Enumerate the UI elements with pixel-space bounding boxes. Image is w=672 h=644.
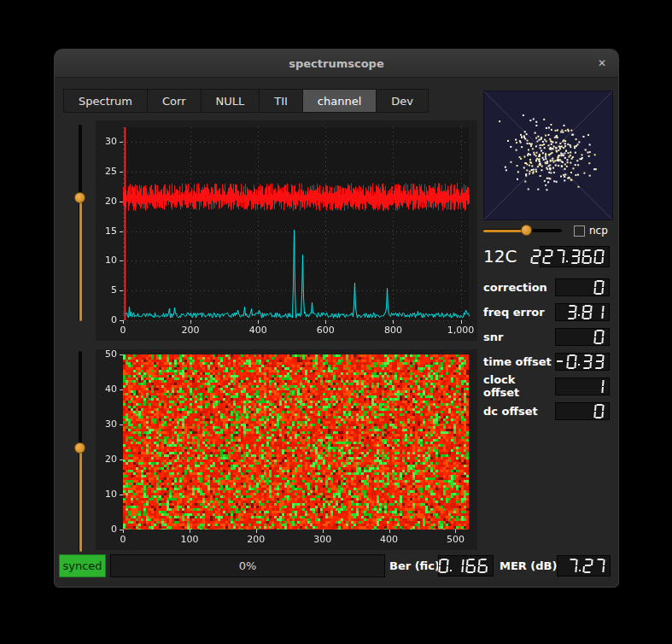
app-window: spectrumscope ✕ Spectrum Corr NULL TII c… [54,49,619,588]
slider-handle[interactable] [74,192,85,203]
slider-fill [79,197,82,321]
tab-label: channel [318,95,361,108]
constellation-chart [483,91,613,220]
channel-spectrum-chart [96,120,477,341]
constellation-controls: ncp [483,224,610,237]
mer-label: MER (dB) [500,554,557,577]
param-label: freq error [483,306,545,319]
param-label: dc offset [483,405,538,418]
frequency-lcd [540,246,610,267]
title-bar[interactable]: spectrumscope ✕ [55,50,618,78]
close-button[interactable]: ✕ [595,56,609,70]
slider-handle[interactable] [521,225,532,236]
waterfall-scale-slider[interactable] [73,351,87,552]
desktop: { "window": { "title": "spectrumscope", … [0,0,672,644]
tab-channel[interactable]: channel [302,89,376,113]
tab-label: NULL [216,95,245,108]
param-label: correction [483,281,547,294]
tab-label: Corr [162,95,186,108]
param-label: snr [483,331,503,343]
channel-id-label: 12C [483,246,517,266]
param-row-clock-offset: clock offset [483,377,610,395]
snr-lcd [555,328,610,346]
ncp-checkbox[interactable] [574,225,585,237]
param-label: clock offset [483,373,555,399]
tab-label: Dev [391,95,413,108]
channel-frequency-row: 12C [483,245,610,267]
ber-lcd [438,555,494,577]
slider-fill [79,448,82,552]
slider-handle[interactable] [74,442,85,454]
tab-label: TII [274,95,288,108]
correction-lcd [555,278,610,296]
ber-label: Ber (fic) [389,554,440,577]
mer-lcd [557,555,611,577]
tab-bar: Spectrum Corr NULL TII channel Dev [63,89,429,114]
param-row-snr: snr [483,327,610,346]
param-row-correction: correction [483,278,610,296]
param-label: time offset [483,355,552,368]
dc-offset-lcd [555,402,610,420]
tab-null[interactable]: NULL [201,89,260,113]
sync-status-badge: synced [59,554,106,577]
tab-corr[interactable]: Corr [147,89,201,113]
slider-fill [483,230,526,232]
time-offset-lcd [555,353,610,371]
waterfall-chart [96,349,477,550]
freq-error-lcd [555,303,610,321]
progress-bar: 0% [110,554,385,577]
window-title: spectrumscope [289,57,384,70]
tab-spectrum[interactable]: Spectrum [63,89,147,113]
tab-dev[interactable]: Dev [376,89,429,113]
param-row-time-offset: time offset [483,352,610,371]
ncp-checkbox-label: ncp [589,225,608,237]
constellation-zoom-slider[interactable] [483,224,562,237]
tab-tii[interactable]: TII [259,89,302,113]
param-row-freq-error: freq error [483,302,610,321]
spectrum-scale-slider[interactable] [73,125,87,321]
tab-label: Spectrum [79,95,132,108]
param-row-dc-offset: dc offset [483,401,610,420]
clock-offset-lcd [555,378,610,395]
